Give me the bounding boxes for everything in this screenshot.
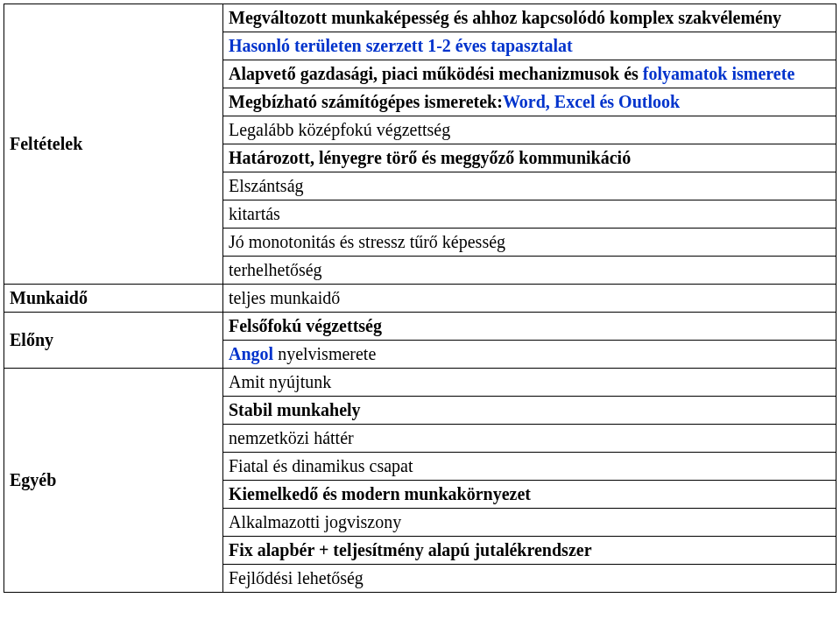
cell-feltetelek-10: terhelhetőség <box>223 257 836 285</box>
cell-egyeb-5: Kiemelkedő és modern munkakörnyezet <box>223 481 836 509</box>
text-part: Alapvető gazdasági, piaci működési mecha… <box>229 64 643 83</box>
job-posting-table: Feltételek Megváltozott munkaképesség és… <box>4 4 836 593</box>
cell-munkaido-1: teljes munkaidő <box>223 285 836 313</box>
cell-egyeb-4: Fiatal és dinamikus csapat <box>223 453 836 481</box>
text-part: Angol <box>229 344 273 363</box>
label-egyeb: Egyéb <box>4 369 223 593</box>
cell-egyeb-7: Fix alapbér + teljesítmény alapú jutalék… <box>223 537 836 565</box>
text-part: Word, Excel és Outlook <box>503 92 680 111</box>
cell-egyeb-1: Amit nyújtunk <box>223 369 836 397</box>
cell-feltetelek-4: Megbízható számítógépes ismeretek:Word, … <box>223 88 836 116</box>
cell-feltetelek-1: Megváltozott munkaképesség és ahhoz kapc… <box>223 4 836 32</box>
cell-feltetelek-5: Legalább középfokú végzettség <box>223 116 836 144</box>
text-part: nyelvismerete <box>273 344 376 363</box>
label-munkaido: Munkaidő <box>4 285 223 313</box>
cell-egyeb-6: Alkalmazotti jogviszony <box>223 509 836 537</box>
cell-elony-2: Angol nyelvismerete <box>223 341 836 369</box>
cell-feltetelek-6: Határozott, lényegre törő és meggyőző ko… <box>223 144 836 172</box>
cell-egyeb-8: Fejlődési lehetőség <box>223 565 836 593</box>
cell-elony-1: Felsőfokú végzettség <box>223 313 836 341</box>
text-part: Megbízható számítógépes ismeretek: <box>229 92 503 111</box>
cell-feltetelek-7: Elszántság <box>223 172 836 200</box>
cell-feltetelek-8: kitartás <box>223 200 836 229</box>
cell-feltetelek-3: Alapvető gazdasági, piaci működési mecha… <box>223 60 836 88</box>
label-elony: Előny <box>4 313 223 369</box>
label-feltetelek: Feltételek <box>4 4 223 285</box>
text-part: folyamatok ismerete <box>643 64 794 83</box>
cell-feltetelek-2: Hasonló területen szerzett 1-2 éves tapa… <box>223 32 836 60</box>
cell-egyeb-3: nemzetközi háttér <box>223 425 836 453</box>
cell-feltetelek-9: Jó monotonitás és stressz tűrő képesség <box>223 229 836 257</box>
cell-egyeb-2: Stabil munkahely <box>223 397 836 425</box>
